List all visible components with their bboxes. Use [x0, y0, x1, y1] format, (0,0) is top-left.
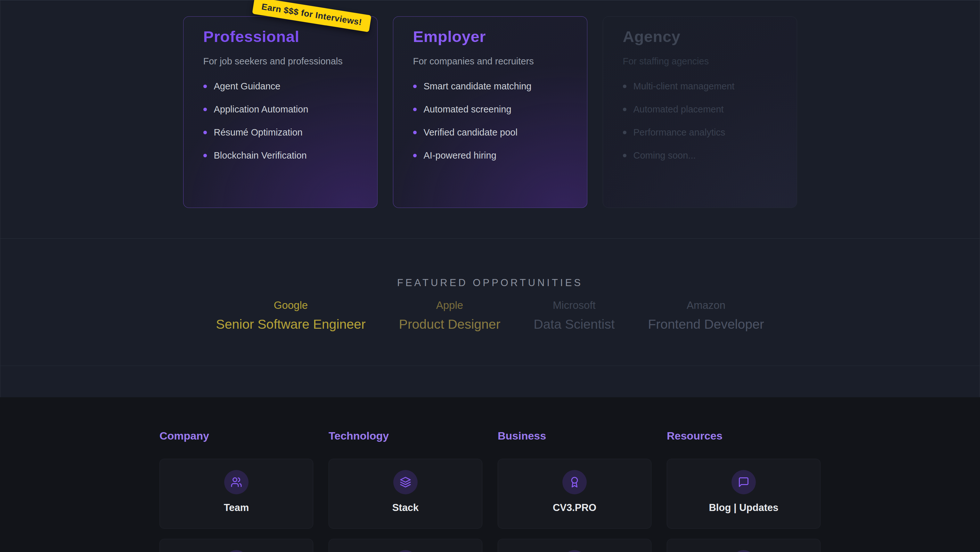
bullet-dot-icon: [413, 154, 417, 157]
feature-item: Automated placement: [623, 105, 777, 114]
job-role: Product Designer: [399, 316, 501, 332]
landing-page: { "pricing": { "badge": { "text": "Earn …: [0, 0, 980, 552]
feature-item: Performance analytics: [623, 128, 777, 137]
feature-item: Résumé Optimization: [204, 128, 357, 137]
feature-item: AI-powered hiring: [413, 151, 567, 160]
feature-item: Smart candidate matching: [413, 82, 567, 91]
feature-item: Automated screening: [413, 105, 567, 114]
footer-card-partial[interactable]: [667, 539, 821, 552]
feature-item: Application Automation: [204, 105, 357, 114]
bullet-dot-icon: [204, 154, 207, 157]
feature-item: Agent Guidance: [204, 82, 357, 91]
layers-icon: [393, 470, 418, 495]
tier-title: Employer: [413, 27, 567, 46]
footer-card-blog-updates[interactable]: Blog | Updates: [667, 459, 821, 529]
award-icon: [562, 470, 587, 495]
footer-card-icon: [224, 550, 248, 552]
bullet-dot-icon: [623, 85, 627, 88]
tier-subtitle: For companies and recruiters: [413, 56, 567, 67]
tier-title: Agency: [623, 27, 777, 46]
footer-card-partial[interactable]: [329, 539, 482, 552]
feature-item: Verified candidate pool: [413, 128, 567, 137]
footer-card-partial[interactable]: [159, 539, 313, 552]
featured-jobs-row: Google Senior Software Engineer Apple Pr…: [0, 299, 980, 332]
footer-column-technology: Technology Stack: [329, 429, 482, 552]
footer-column-business: Business CV3.PRO: [498, 429, 651, 552]
tier-title: Professional: [204, 27, 357, 46]
featured-opportunities-section: FEATURED OPPORTUNITIES Google Senior Sof…: [0, 239, 980, 366]
bullet-dot-icon: [413, 85, 417, 88]
feature-item: Multi-client management: [623, 82, 777, 91]
footer-card-label: Stack: [392, 502, 419, 514]
message-square-icon: [732, 470, 756, 495]
job-role: Senior Software Engineer: [216, 316, 366, 332]
featured-heading: FEATURED OPPORTUNITIES: [0, 239, 980, 289]
job-company: Apple: [399, 299, 501, 311]
footer-column-header: Company: [159, 429, 313, 442]
bullet-dot-icon: [413, 108, 417, 111]
footer-column-resources: Resources Blog | Updates: [667, 429, 821, 552]
featured-job-apple[interactable]: Apple Product Designer: [399, 299, 501, 332]
footer-grid: Company Team Technology Stack: [159, 429, 821, 552]
feature-item: Blockchain Verification: [204, 151, 357, 160]
job-company: Amazon: [648, 299, 764, 311]
footer-card-team[interactable]: Team: [159, 459, 313, 529]
featured-job-amazon[interactable]: Amazon Frontend Developer: [648, 299, 764, 332]
job-company: Microsoft: [533, 299, 614, 311]
footer-card-stack[interactable]: Stack: [329, 459, 482, 529]
bullet-dot-icon: [623, 154, 627, 157]
footer-card-label: Blog | Updates: [709, 502, 778, 514]
footer-column-header: Technology: [329, 429, 482, 442]
footer-column-header: Resources: [667, 429, 821, 442]
feature-item: Coming soon...: [623, 151, 777, 160]
footer-column-header: Business: [498, 429, 651, 442]
pricing-card-employer[interactable]: Employer For companies and recruiters Sm…: [393, 16, 587, 208]
tier-feature-list: Smart candidate matching Automated scree…: [413, 82, 567, 160]
footer-column-company: Company Team: [159, 429, 313, 552]
pricing-cards-row: Earn $$$ for Interviews! Professional Fo…: [0, 0, 980, 208]
footer-card-icon: [393, 550, 418, 552]
tier-subtitle: For job seekers and professionals: [204, 56, 357, 67]
footer-card-partial[interactable]: [498, 539, 651, 552]
bullet-dot-icon: [623, 108, 627, 111]
site-footer: Company Team Technology Stack: [0, 397, 980, 552]
footer-card-cv3pro[interactable]: CV3.PRO: [498, 459, 651, 529]
tier-subtitle: For staffing agencies: [623, 56, 777, 67]
pricing-section: Earn $$$ for Interviews! Professional Fo…: [0, 0, 980, 239]
bullet-dot-icon: [413, 131, 417, 134]
footer-card-label: Team: [224, 502, 249, 514]
users-icon: [224, 470, 248, 495]
pricing-card-agency: Agency For staffing agencies Multi-clien…: [603, 16, 797, 208]
tier-feature-list: Agent Guidance Application Automation Ré…: [204, 82, 357, 160]
job-company: Google: [216, 299, 366, 311]
bullet-dot-icon: [204, 108, 207, 111]
footer-card-label: CV3.PRO: [553, 502, 596, 514]
featured-job-google[interactable]: Google Senior Software Engineer: [216, 299, 366, 332]
bullet-dot-icon: [623, 131, 627, 134]
bullet-dot-icon: [204, 131, 207, 134]
featured-job-microsoft[interactable]: Microsoft Data Scientist: [533, 299, 614, 332]
pricing-card-professional[interactable]: Earn $$$ for Interviews! Professional Fo…: [183, 16, 378, 208]
job-role: Frontend Developer: [648, 316, 764, 332]
bullet-dot-icon: [204, 85, 207, 88]
footer-card-icon: [732, 550, 756, 552]
footer-card-icon: [562, 550, 587, 552]
job-role: Data Scientist: [533, 316, 614, 332]
section-spacer: [0, 366, 980, 397]
tier-feature-list: Multi-client management Automated placem…: [623, 82, 777, 160]
